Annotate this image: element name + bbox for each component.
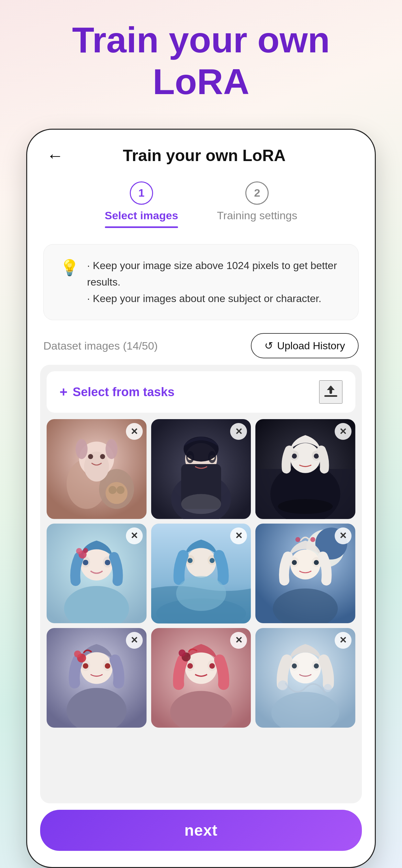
- svg-point-77: [188, 663, 193, 669]
- upload-history-button[interactable]: ↺ Upload History: [251, 333, 358, 358]
- svg-point-42: [76, 548, 82, 554]
- svg-point-7: [84, 452, 109, 482]
- lightbulb-icon: 💡: [60, 259, 79, 307]
- image-cell-1: ✕: [47, 419, 147, 519]
- image-cell-9: ✕: [255, 628, 355, 728]
- step-1-label: Select images: [105, 209, 178, 222]
- image-cell-7: ✕: [47, 628, 147, 728]
- dataset-label: Dataset images (14/50): [44, 340, 157, 352]
- remove-image-3[interactable]: ✕: [335, 423, 351, 440]
- tips-box: 💡 Keep your image size above 1024 pixels…: [44, 244, 358, 320]
- svg-point-11: [106, 439, 117, 459]
- svg-point-10: [76, 439, 88, 459]
- dataset-row: Dataset images (14/50) ↺ Upload History: [27, 330, 375, 365]
- svg-point-51: [176, 576, 226, 611]
- svg-point-69: [105, 663, 110, 669]
- svg-point-88: [278, 680, 288, 690]
- history-icon: ↺: [264, 340, 273, 352]
- select-tasks-bar[interactable]: + Select from tasks: [47, 371, 355, 413]
- step-2-circle: 2: [245, 181, 269, 205]
- tip-item-2: Keep your images about one subject or ch…: [87, 290, 342, 307]
- image-grid: ✕: [40, 419, 362, 734]
- svg-point-62: [310, 537, 315, 542]
- step-1-underline: [105, 226, 178, 228]
- image-cell-5: ✕: [151, 524, 251, 623]
- image-cell-3: ✕: [255, 419, 355, 519]
- svg-point-50: [209, 558, 214, 563]
- svg-point-78: [209, 663, 214, 669]
- step-2[interactable]: 2 Training settings: [217, 181, 297, 228]
- svg-point-86: [292, 663, 297, 668]
- svg-point-43: [83, 548, 88, 553]
- step-1-circle: 1: [130, 181, 153, 205]
- svg-point-49: [188, 558, 192, 563]
- step-1[interactable]: 1 Select images: [105, 181, 178, 228]
- tip-item-1: Keep your image size above 1024 pixels t…: [87, 257, 342, 290]
- svg-point-61: [295, 537, 300, 542]
- svg-point-12: [106, 482, 127, 504]
- phone-header: ← Train your own LoRA: [27, 130, 375, 175]
- remove-image-6[interactable]: ✕: [335, 527, 351, 544]
- svg-point-89: [324, 684, 332, 692]
- remove-image-9[interactable]: ✕: [335, 632, 351, 649]
- steps-row: 1 Select images 2 Training settings: [27, 175, 375, 228]
- image-cell-8: ✕: [151, 628, 251, 728]
- svg-point-13: [109, 486, 117, 494]
- image-cell-2: ✕: [151, 419, 251, 519]
- select-tasks-label: Select from tasks: [73, 385, 175, 399]
- svg-point-32: [314, 454, 319, 459]
- phone-frame: ← Train your own LoRA 1 Select images 2 …: [26, 129, 376, 868]
- svg-point-33: [278, 499, 333, 514]
- remove-image-7[interactable]: ✕: [126, 632, 143, 649]
- svg-point-8: [88, 454, 93, 459]
- page-title: Train your own LoRA: [70, 146, 339, 165]
- remove-image-5[interactable]: ✕: [230, 527, 247, 544]
- svg-point-80: [179, 649, 186, 656]
- svg-point-68: [83, 663, 88, 669]
- svg-point-9: [100, 454, 105, 459]
- plus-icon: +: [60, 384, 68, 400]
- svg-point-39: [83, 560, 88, 565]
- svg-point-87: [314, 663, 319, 668]
- remove-image-8[interactable]: ✕: [230, 632, 247, 649]
- image-grid-area: + Select from tasks: [40, 365, 362, 803]
- back-button[interactable]: ←: [47, 146, 63, 165]
- remove-image-1[interactable]: ✕: [126, 423, 143, 440]
- remove-image-4[interactable]: ✕: [126, 527, 143, 544]
- page-headline: Train your ownLoRA: [72, 20, 330, 103]
- upload-history-label: Upload History: [277, 340, 345, 352]
- svg-rect-0: [324, 395, 337, 397]
- upload-button[interactable]: [319, 380, 342, 404]
- svg-point-71: [74, 650, 81, 657]
- svg-point-14: [117, 486, 125, 494]
- svg-point-31: [292, 454, 297, 459]
- next-button[interactable]: next: [40, 810, 362, 851]
- svg-marker-2: [327, 385, 335, 390]
- step-2-label: Training settings: [217, 209, 297, 222]
- tips-content: Keep your image size above 1024 pixels t…: [87, 257, 342, 307]
- svg-point-60: [314, 560, 319, 565]
- image-cell-6: ✕: [255, 524, 355, 623]
- select-tasks-left: + Select from tasks: [60, 384, 174, 400]
- svg-point-59: [292, 560, 297, 565]
- image-cell-4: ✕: [47, 524, 147, 623]
- svg-point-24: [181, 494, 221, 514]
- svg-point-40: [105, 560, 110, 565]
